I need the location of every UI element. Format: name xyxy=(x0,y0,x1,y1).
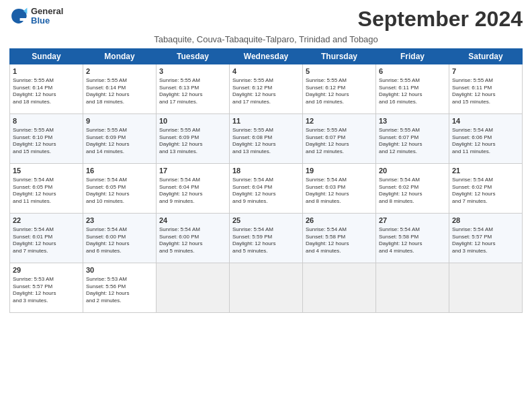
day-info: Sunrise: 5:55 AM xyxy=(13,127,80,134)
logo-general-text: General xyxy=(31,7,63,16)
day-info: Sunrise: 5:54 AM xyxy=(232,177,300,184)
day-number: 5 xyxy=(306,66,373,77)
col-friday: Friday xyxy=(376,49,449,64)
day-info: Sunset: 5:58 PM xyxy=(306,234,373,241)
day-info: Sunset: 6:02 PM xyxy=(379,184,446,191)
day-info: Daylight: 12 hours xyxy=(232,191,300,198)
day-info: Daylight: 12 hours xyxy=(306,240,373,248)
month-title: September 2024 xyxy=(358,7,523,32)
day-info: and 6 minutes. xyxy=(86,248,153,255)
day-info: Daylight: 12 hours xyxy=(86,191,153,198)
day-info: and 8 minutes. xyxy=(306,198,373,205)
day-info: Daylight: 12 hours xyxy=(452,91,519,99)
week-row-1: 1Sunrise: 5:55 AMSunset: 6:14 PMDaylight… xyxy=(10,64,523,114)
week-row-2: 8Sunrise: 5:55 AMSunset: 6:10 PMDaylight… xyxy=(10,114,523,164)
day-info: Daylight: 12 hours xyxy=(379,191,446,198)
day-number: 6 xyxy=(379,66,446,77)
table-row: 7Sunrise: 5:55 AMSunset: 6:11 PMDaylight… xyxy=(449,64,523,114)
day-info: Sunrise: 5:54 AM xyxy=(306,226,373,234)
calendar-table: Sunday Monday Tuesday Wednesday Thursday… xyxy=(9,48,523,313)
day-info: and 7 minutes. xyxy=(13,248,80,255)
table-row: 4Sunrise: 5:55 AMSunset: 6:12 PMDaylight… xyxy=(230,64,303,114)
day-info: Sunset: 5:59 PM xyxy=(232,234,300,241)
table-row: 15Sunrise: 5:54 AMSunset: 6:05 PMDayligh… xyxy=(10,164,83,214)
day-info: Daylight: 12 hours xyxy=(86,290,153,298)
subtitle: Tabaquite, Couva-Tabaquite-Talparo, Trin… xyxy=(9,34,523,44)
header: General Blue September 2024 xyxy=(9,7,523,32)
table-row: 1Sunrise: 5:55 AMSunset: 6:14 PMDaylight… xyxy=(10,64,83,114)
day-number: 15 xyxy=(13,166,80,176)
day-info: Sunrise: 5:54 AM xyxy=(13,226,80,234)
col-thursday: Thursday xyxy=(303,49,376,64)
day-info: and 11 minutes. xyxy=(13,198,80,205)
day-info: Sunset: 6:10 PM xyxy=(13,134,80,142)
table-row: 22Sunrise: 5:54 AMSunset: 6:01 PMDayligh… xyxy=(10,214,83,263)
day-info: Sunrise: 5:54 AM xyxy=(232,226,300,234)
day-number: 13 xyxy=(379,116,446,126)
day-info: Sunrise: 5:54 AM xyxy=(159,177,226,184)
table-row: 19Sunrise: 5:54 AMSunset: 6:03 PMDayligh… xyxy=(303,164,376,214)
day-number: 11 xyxy=(232,116,300,126)
week-row-5: 29Sunrise: 5:53 AMSunset: 5:57 PMDayligh… xyxy=(10,263,523,313)
day-info: and 12 minutes. xyxy=(379,148,446,156)
day-info: Sunset: 6:04 PM xyxy=(159,184,226,191)
day-number: 14 xyxy=(452,116,519,126)
day-info: Sunrise: 5:53 AM xyxy=(86,276,153,283)
table-row: 29Sunrise: 5:53 AMSunset: 5:57 PMDayligh… xyxy=(10,263,83,313)
day-info: Daylight: 12 hours xyxy=(379,141,446,148)
day-info: Sunrise: 5:55 AM xyxy=(306,77,373,85)
day-info: Sunset: 6:09 PM xyxy=(159,134,226,142)
table-row: 13Sunrise: 5:55 AMSunset: 6:07 PMDayligh… xyxy=(376,114,449,164)
table-row xyxy=(376,263,449,313)
day-info: Sunset: 6:05 PM xyxy=(13,184,80,191)
table-row: 23Sunrise: 5:54 AMSunset: 6:00 PMDayligh… xyxy=(83,214,157,263)
col-tuesday: Tuesday xyxy=(157,49,230,64)
day-info: and 3 minutes. xyxy=(13,298,80,305)
day-info: Sunset: 5:57 PM xyxy=(13,283,80,291)
day-info: Sunrise: 5:54 AM xyxy=(306,177,373,184)
table-row: 17Sunrise: 5:54 AMSunset: 6:04 PMDayligh… xyxy=(157,164,230,214)
header-row: Sunday Monday Tuesday Wednesday Thursday… xyxy=(10,49,523,64)
day-info: and 9 minutes. xyxy=(232,198,300,205)
table-row: 14Sunrise: 5:54 AMSunset: 6:06 PMDayligh… xyxy=(449,114,523,164)
day-info: Daylight: 12 hours xyxy=(306,91,373,99)
day-number: 29 xyxy=(13,265,80,275)
day-number: 20 xyxy=(379,166,446,176)
day-info: Daylight: 12 hours xyxy=(232,240,300,248)
day-info: Sunrise: 5:55 AM xyxy=(86,77,153,85)
day-number: 21 xyxy=(452,166,519,176)
day-info: Sunset: 6:00 PM xyxy=(159,234,226,241)
day-number: 16 xyxy=(86,166,153,176)
day-info: Sunset: 6:12 PM xyxy=(232,85,300,92)
logo-icon xyxy=(9,7,28,26)
day-info: and 7 minutes. xyxy=(452,198,519,205)
day-info: Sunrise: 5:53 AM xyxy=(13,276,80,283)
page: General Blue September 2024 Tabaquite, C… xyxy=(0,0,532,320)
day-info: Sunrise: 5:55 AM xyxy=(379,77,446,85)
day-info: and 5 minutes. xyxy=(159,248,226,255)
day-info: Sunrise: 5:55 AM xyxy=(13,77,80,85)
day-number: 1 xyxy=(13,66,80,77)
table-row xyxy=(449,263,523,313)
day-info: and 16 minutes. xyxy=(306,99,373,106)
day-info: Sunrise: 5:54 AM xyxy=(452,226,519,234)
table-row: 5Sunrise: 5:55 AMSunset: 6:12 PMDaylight… xyxy=(303,64,376,114)
day-info: Sunrise: 5:55 AM xyxy=(159,77,226,85)
day-info: Sunrise: 5:54 AM xyxy=(379,177,446,184)
day-info: and 15 minutes. xyxy=(452,99,519,106)
day-info: and 14 minutes. xyxy=(86,148,153,156)
day-number: 2 xyxy=(86,66,153,77)
day-number: 25 xyxy=(232,216,300,226)
day-info: and 3 minutes. xyxy=(452,248,519,255)
day-number: 17 xyxy=(159,166,226,176)
day-info: Sunset: 6:00 PM xyxy=(86,234,153,241)
day-info: Daylight: 12 hours xyxy=(13,141,80,148)
day-info: and 15 minutes. xyxy=(13,148,80,156)
day-info: Sunset: 6:02 PM xyxy=(452,184,519,191)
day-number: 4 xyxy=(232,66,300,77)
day-info: Sunrise: 5:55 AM xyxy=(232,77,300,85)
day-info: Sunset: 6:03 PM xyxy=(306,184,373,191)
day-info: Daylight: 12 hours xyxy=(13,191,80,198)
col-wednesday: Wednesday xyxy=(230,49,303,64)
day-info: Daylight: 12 hours xyxy=(232,141,300,148)
